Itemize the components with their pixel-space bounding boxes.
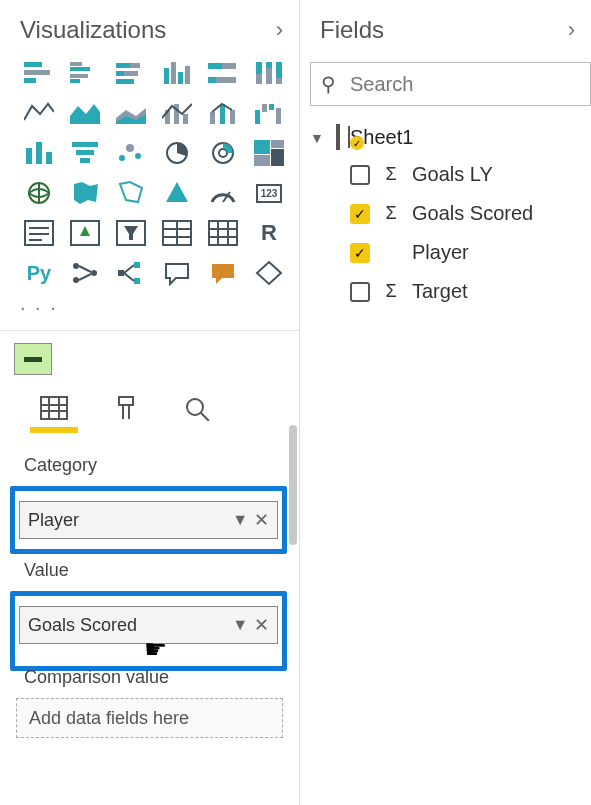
- fields-tab[interactable]: [36, 393, 72, 423]
- value-field-menu-icon[interactable]: ▼: [232, 616, 248, 634]
- field-row-player[interactable]: ✓ Σ Player: [300, 233, 591, 272]
- stacked-column-chart-icon[interactable]: [112, 58, 150, 88]
- svg-rect-39: [26, 148, 32, 164]
- line-column-chart-icon[interactable]: [158, 98, 196, 128]
- svg-point-50: [219, 149, 227, 157]
- value-field-remove-icon[interactable]: ✕: [254, 614, 269, 636]
- field-name: Player: [412, 241, 469, 264]
- r-visual-icon[interactable]: R: [250, 218, 288, 248]
- wells-scrollbar[interactable]: [289, 425, 297, 545]
- pie-chart-icon[interactable]: [158, 138, 196, 168]
- funnel-chart-icon[interactable]: [66, 138, 104, 168]
- svg-rect-2: [24, 78, 36, 83]
- svg-rect-19: [216, 77, 236, 83]
- visualizations-title: Visualizations: [20, 16, 166, 44]
- field-row-goals-ly[interactable]: Σ Goals LY: [300, 155, 591, 194]
- card-icon[interactable]: 123: [250, 178, 288, 208]
- format-tab[interactable]: [108, 393, 144, 423]
- svg-rect-8: [130, 63, 140, 68]
- svg-line-93: [201, 413, 209, 421]
- qa-visual-icon[interactable]: [158, 258, 196, 288]
- svg-rect-40: [36, 142, 42, 164]
- map-icon[interactable]: [20, 178, 58, 208]
- smart-narrative-icon[interactable]: [204, 258, 242, 288]
- checkbox-goals-scored[interactable]: ✓: [350, 204, 370, 224]
- svg-marker-85: [257, 262, 281, 284]
- svg-rect-36: [262, 104, 267, 112]
- key-influencers-icon[interactable]: [66, 258, 104, 288]
- svg-rect-42: [72, 142, 98, 147]
- svg-rect-44: [80, 158, 90, 163]
- svg-point-46: [126, 144, 134, 152]
- python-visual-icon[interactable]: Py: [20, 258, 58, 288]
- fields-header: Fields ›: [300, 10, 591, 54]
- category-well-label: Category: [24, 455, 293, 476]
- svg-rect-0: [24, 62, 42, 67]
- filled-map-icon[interactable]: [66, 178, 104, 208]
- gauge-chart-icon[interactable]: [204, 178, 242, 208]
- matrix-icon[interactable]: [204, 218, 242, 248]
- svg-rect-5: [70, 74, 88, 78]
- checkbox-target[interactable]: [350, 282, 370, 302]
- waterfall-chart-icon[interactable]: [250, 98, 288, 128]
- selected-visual-thumbnail[interactable]: [14, 343, 52, 375]
- clustered-column-chart-icon[interactable]: [158, 58, 196, 88]
- svg-rect-11: [116, 79, 134, 84]
- line-chart-icon[interactable]: [20, 98, 58, 128]
- checkbox-goals-ly[interactable]: [350, 165, 370, 185]
- multi-row-card-icon[interactable]: [20, 218, 58, 248]
- table-icon[interactable]: [158, 218, 196, 248]
- kpi-icon[interactable]: [66, 218, 104, 248]
- fields-title: Fields: [320, 16, 384, 44]
- hundred-stacked-column-icon[interactable]: [250, 58, 288, 88]
- svg-rect-91: [119, 397, 133, 405]
- svg-rect-3: [70, 62, 82, 66]
- value-field-pill[interactable]: Goals Scored ▼ ✕ ☛: [19, 606, 278, 644]
- clustered-bar-chart-icon[interactable]: [66, 58, 104, 88]
- more-visuals-icon[interactable]: · · ·: [0, 296, 299, 322]
- svg-rect-16: [208, 63, 222, 69]
- svg-rect-34: [230, 110, 235, 124]
- azure-map-icon[interactable]: [158, 178, 196, 208]
- stacked-area-chart-icon[interactable]: [112, 98, 150, 128]
- value-field-name: Goals Scored: [28, 615, 137, 636]
- hundred-stacked-bar-icon[interactable]: [204, 58, 242, 88]
- category-field-remove-icon[interactable]: ✕: [254, 509, 269, 531]
- column-chart-icon[interactable]: [20, 138, 58, 168]
- field-name: Goals LY: [412, 163, 493, 186]
- svg-rect-6: [70, 79, 80, 83]
- svg-rect-24: [276, 62, 282, 78]
- treemap-chart-icon[interactable]: [250, 138, 288, 168]
- slicer-icon[interactable]: [112, 218, 150, 248]
- sigma-icon: Σ: [382, 164, 400, 185]
- cursor-hand-icon: ☛: [144, 634, 167, 665]
- area-chart-icon[interactable]: [66, 98, 104, 128]
- collapse-visualizations-icon[interactable]: ›: [276, 17, 283, 43]
- comparison-well-placeholder[interactable]: Add data fields here: [16, 698, 283, 738]
- svg-line-79: [79, 274, 91, 280]
- field-row-target[interactable]: Σ Target: [300, 272, 591, 311]
- svg-line-83: [124, 265, 134, 273]
- donut-chart-icon[interactable]: [204, 138, 242, 168]
- category-field-menu-icon[interactable]: ▼: [232, 511, 248, 529]
- field-row-goals-scored[interactable]: ✓ Σ Goals Scored: [300, 194, 591, 233]
- table-node[interactable]: ▼ ✓ Sheet1: [300, 106, 591, 155]
- svg-point-76: [73, 277, 79, 283]
- decomposition-tree-icon[interactable]: [112, 258, 150, 288]
- collapse-fields-icon[interactable]: ›: [568, 17, 575, 43]
- value-well-label: Value: [24, 560, 293, 581]
- stacked-bar-chart-icon[interactable]: [20, 58, 58, 88]
- search-placeholder: Search: [350, 73, 413, 96]
- paginated-report-icon[interactable]: [250, 258, 288, 288]
- scatter-chart-icon[interactable]: [112, 138, 150, 168]
- visualization-gallery: 123 R Py: [0, 54, 299, 296]
- checkbox-player[interactable]: ✓: [350, 243, 370, 263]
- expand-icon[interactable]: ▼: [310, 130, 326, 146]
- category-field-pill[interactable]: Player ▼ ✕: [19, 501, 278, 539]
- ribbon-chart-icon[interactable]: [204, 98, 242, 128]
- svg-rect-1: [24, 70, 50, 75]
- svg-rect-32: [210, 112, 215, 124]
- fields-search-input[interactable]: ⚲ Search: [310, 62, 591, 106]
- analytics-tab[interactable]: [180, 393, 216, 423]
- shape-map-icon[interactable]: [112, 178, 150, 208]
